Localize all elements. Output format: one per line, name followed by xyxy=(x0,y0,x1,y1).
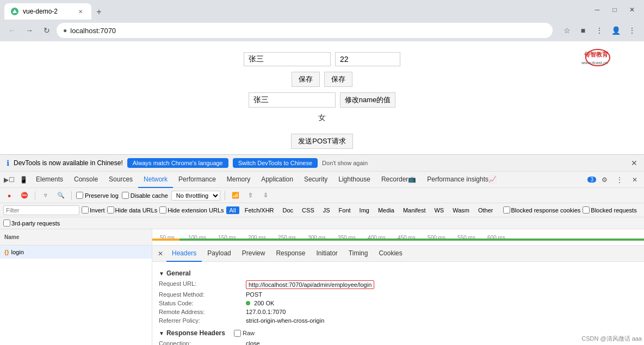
filter-media-button[interactable]: Media xyxy=(375,206,398,214)
toolbar-separator-1 xyxy=(35,191,35,200)
filter-other-button[interactable]: Other xyxy=(475,206,497,214)
refresh-button[interactable]: ↻ xyxy=(39,23,54,38)
filter-css-button[interactable]: CSS xyxy=(299,206,318,214)
devtools-close-button[interactable]: ✕ xyxy=(628,173,642,187)
browser-menu-button[interactable]: ⋮ xyxy=(592,23,607,38)
timeline-progress xyxy=(152,239,644,241)
detail-tab-timing[interactable]: Timing xyxy=(343,246,374,262)
referrer-policy-row: Referrer Policy: strict-origin-when-cros… xyxy=(159,316,637,325)
raw-checkbox[interactable]: Raw xyxy=(234,330,255,337)
tab-console[interactable]: Console xyxy=(69,172,103,188)
import-button[interactable]: ⇧ xyxy=(245,190,257,202)
hide-extension-urls-checkbox[interactable]: Hide extension URLs xyxy=(159,206,224,214)
devtools-tabbar: ▶☐ 📱 Elements Console Sources Network Pe… xyxy=(0,172,644,188)
detail-tab-payload[interactable]: Payload xyxy=(202,246,236,262)
tab-performance-insights[interactable]: Performance insights 📈 xyxy=(422,172,502,188)
detail-tab-initiator[interactable]: Initiator xyxy=(311,246,343,262)
browser-tab[interactable]: vue-demo-2 ✕ xyxy=(4,3,91,20)
remote-address-value: 127.0.0.1:7070 xyxy=(246,309,286,315)
element-picker-button[interactable]: ▶☐ xyxy=(2,173,16,187)
filter-doc-button[interactable]: Doc xyxy=(280,206,297,214)
devtools-settings-button[interactable]: ⚙ xyxy=(597,173,611,187)
tab-recorder[interactable]: Recorder 📺 xyxy=(376,172,422,188)
save-button-2[interactable]: 保存 xyxy=(324,72,352,87)
export-button[interactable]: ⇩ xyxy=(260,190,272,202)
tab-memory[interactable]: Memory xyxy=(221,172,256,188)
filter-ws-button[interactable]: WS xyxy=(431,206,447,214)
general-section-header[interactable]: ▼ General xyxy=(159,269,637,277)
post-button[interactable]: 发送POST请求 xyxy=(291,134,352,149)
close-button[interactable]: ✕ xyxy=(624,2,640,17)
clear-button[interactable]: ⛔ xyxy=(18,190,30,202)
svg-text:www.itcast.cn: www.itcast.cn xyxy=(581,60,608,65)
address-bar: ← → ↻ ● localhost:7070 ☆ ■ ⋮ 👤 ⋮ xyxy=(0,20,644,41)
dont-show-button[interactable]: Don't show again xyxy=(322,160,368,166)
wifi-button[interactable]: 📶 xyxy=(230,190,242,202)
detail-tab-preview[interactable]: Preview xyxy=(237,246,271,262)
record-button[interactable]: ● xyxy=(3,190,15,202)
minimize-button[interactable]: ─ xyxy=(590,2,605,17)
match-language-button[interactable]: Always match Chrome's language xyxy=(127,158,228,168)
blocked-cookies-checkbox[interactable]: Blocked response cookies xyxy=(503,206,581,214)
hide-data-urls-checkbox[interactable]: Hide data URLs xyxy=(107,206,158,214)
status-code-row: Status Code: 200 OK xyxy=(159,299,637,308)
gender-display: 女 xyxy=(318,113,326,123)
detail-content: ▼ General Request URL: http://localhost:… xyxy=(152,262,644,345)
age-input[interactable] xyxy=(335,52,400,66)
tab-lighthouse[interactable]: Lighthouse xyxy=(333,172,376,188)
filter-button[interactable]: ▿ xyxy=(40,190,52,202)
modify-button[interactable]: 修改name的值 xyxy=(340,92,396,108)
tab-security[interactable]: Security xyxy=(299,172,333,188)
filter-all-button[interactable]: All xyxy=(226,206,239,214)
detail-close-button[interactable]: ✕ xyxy=(154,248,166,260)
new-tab-button[interactable]: + xyxy=(91,4,107,20)
url-text: localhost:7070 xyxy=(70,27,546,35)
tab-sources[interactable]: Sources xyxy=(103,172,138,188)
back-button[interactable]: ← xyxy=(4,23,20,38)
bookmark-button[interactable]: ☆ xyxy=(559,23,574,38)
device-toggle-button[interactable]: 📱 xyxy=(16,173,30,187)
forward-button[interactable]: → xyxy=(22,23,37,38)
filter-manifest-button[interactable]: Manifest xyxy=(400,206,429,214)
save-button-1[interactable]: 保存 xyxy=(292,72,320,87)
url-bar[interactable]: ● localhost:7070 xyxy=(57,23,553,38)
invert-checkbox[interactable]: Invert xyxy=(82,206,105,214)
preserve-log-checkbox[interactable]: Preserve log xyxy=(76,192,119,199)
extensions-button[interactable]: ■ xyxy=(575,23,591,38)
referrer-policy-label: Referrer Policy: xyxy=(159,317,246,324)
request-item-login[interactable]: {} login xyxy=(0,246,152,259)
tab-application[interactable]: Application xyxy=(256,172,299,188)
filter-input[interactable] xyxy=(3,205,79,215)
detail-tab-headers[interactable]: Headers xyxy=(166,246,202,262)
tab-performance[interactable]: Performance xyxy=(173,172,221,188)
filter-js-button[interactable]: JS xyxy=(320,206,333,214)
timeline-yellow xyxy=(152,239,179,241)
timeline-green xyxy=(179,239,644,241)
blocked-requests-checkbox[interactable]: Blocked requests xyxy=(583,206,636,214)
notification-close-button[interactable]: ✕ xyxy=(631,159,637,167)
switch-devtools-button[interactable]: Switch DevTools to Chinese xyxy=(233,158,318,168)
filter-img-button[interactable]: Img xyxy=(356,206,373,214)
maximize-button[interactable]: □ xyxy=(607,2,622,17)
filter-font-button[interactable]: Font xyxy=(336,206,354,214)
third-party-checkbox[interactable]: 3rd-party requests xyxy=(3,219,60,227)
tab-network[interactable]: Network xyxy=(138,172,173,188)
search-button[interactable]: 🔍 xyxy=(55,190,67,202)
filter-fetch-button[interactable]: Fetch/XHR xyxy=(242,206,277,214)
detail-tab-response[interactable]: Response xyxy=(270,246,311,262)
title-bar: vue-demo-2 ✕ + ─ □ ✕ xyxy=(0,0,644,20)
response-headers-section-header[interactable]: ▼ Response Headers Raw xyxy=(159,329,637,337)
profile-button[interactable]: 👤 xyxy=(608,23,623,38)
filter-wasm-button[interactable]: Wasm xyxy=(449,206,473,214)
name-input-2[interactable] xyxy=(249,92,336,108)
throttling-select[interactable]: No throttling xyxy=(171,191,220,200)
disable-cache-checkbox[interactable]: Disable cache xyxy=(122,192,168,199)
name-input[interactable] xyxy=(244,52,331,66)
window-controls: ─ □ ✕ xyxy=(590,2,640,17)
tab-elements[interactable]: Elements xyxy=(30,172,69,188)
devtools-more-button[interactable]: ⋮ xyxy=(612,173,627,187)
tab-close-button[interactable]: ✕ xyxy=(76,7,85,16)
browser-toolbar-right: ☆ ■ ⋮ 👤 ⋮ xyxy=(559,23,640,38)
more-button[interactable]: ⋮ xyxy=(624,23,640,38)
detail-tab-cookies[interactable]: Cookies xyxy=(373,246,407,262)
